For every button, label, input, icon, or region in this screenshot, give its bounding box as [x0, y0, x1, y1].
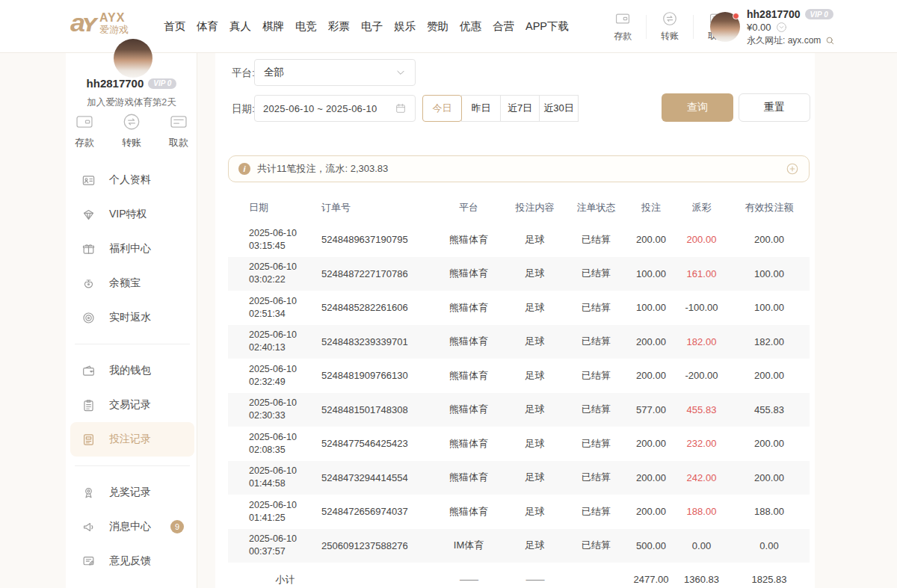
cell-status: 已结算 — [564, 369, 628, 383]
cell-content: 足球 — [505, 233, 564, 247]
header-action-转账[interactable]: 转账 — [653, 10, 687, 43]
sidebar-item-label: 兑奖记录 — [109, 486, 151, 499]
cell-valid: 200.00 — [729, 472, 810, 483]
sidebar-item-投注记录[interactable]: 投注记录 — [70, 422, 194, 457]
brand-logo[interactable]: aʏ AYX 爱游戏 — [70, 10, 129, 37]
sidebar-username: hh2817700 — [87, 77, 144, 90]
reset-button[interactable]: 重置 — [739, 93, 810, 122]
cell-platform: 熊猫体育 — [432, 505, 505, 519]
expand-plus-icon[interactable] — [786, 162, 799, 176]
cell-content: 足球 — [505, 505, 564, 519]
quick-date-今日[interactable]: 今日 — [422, 95, 462, 122]
balance-refresh-chevron-icon[interactable] — [776, 22, 787, 33]
cell-valid: 100.00 — [729, 268, 810, 279]
cell-valid: 200.00 — [729, 370, 810, 381]
cell-status: 已结算 — [564, 301, 628, 315]
date-value: 2025-06-10 — [249, 261, 321, 273]
cell-payout: 0.00 — [674, 540, 729, 551]
table-row: 2025-06-1001:44:585248473294414554熊猫体育足球… — [228, 461, 810, 495]
brand-name-cn: 爱游戏 — [99, 25, 129, 35]
time-value: 02:40:13 — [249, 341, 321, 354]
subtotal-row: 小计————2477.001360.831825.83 — [228, 563, 810, 588]
sidebar-item-福利中心[interactable]: 福利中心 — [70, 232, 194, 266]
menu-divider — [75, 344, 190, 344]
cell-status: 已结算 — [564, 505, 628, 519]
cell-order: 5248487227170786 — [321, 268, 432, 279]
welfare-icon — [81, 242, 96, 256]
search-button[interactable]: 查询 — [662, 93, 733, 122]
sidebar-item-label: 意见反馈 — [109, 554, 151, 568]
cell-payout: -100.00 — [674, 302, 729, 313]
sidebar-item-余额宝[interactable]: 余额宝 — [70, 266, 194, 300]
cell-platform: 熊猫体育 — [432, 369, 505, 383]
platform-select[interactable]: 全部 — [254, 59, 416, 86]
table-row: 2025-06-1003:02:225248487227170786熊猫体育足球… — [228, 257, 810, 291]
sidebar-item-消息中心[interactable]: 消息中心9 — [70, 510, 194, 544]
cell-status: 已结算 — [564, 437, 628, 451]
time-value: 03:02:22 — [249, 273, 321, 286]
date-value: 2025-06-10 — [249, 397, 321, 409]
platform-select-value: 全部 — [264, 66, 284, 79]
header-avatar[interactable] — [710, 12, 740, 42]
nav-item-娱乐[interactable]: 娱乐 — [394, 19, 416, 34]
time-value: 03:15:45 — [249, 240, 321, 253]
cell-date: 2025-06-1001:41:25 — [249, 499, 321, 524]
subtotal-bet: 2477.00 — [628, 574, 674, 585]
date-value: 2025-06-10 — [249, 533, 321, 545]
table-row: 2025-06-1003:15:455248489637190795熊猫体育足球… — [228, 223, 810, 257]
sidebar-item-个人资料[interactable]: 个人资料 — [70, 163, 194, 197]
date-value: 2025-06-10 — [249, 499, 321, 512]
rebate-icon — [81, 311, 96, 325]
notification-dot — [733, 13, 739, 19]
balance-value: ¥0.00 — [747, 22, 771, 33]
sidebar-item-兑奖记录[interactable]: 兑奖记录 — [70, 475, 194, 510]
nav-item-赞助[interactable]: 赞助 — [427, 19, 449, 34]
cell-valid: 0.00 — [729, 540, 810, 551]
cell-bet: 100.00 — [628, 268, 674, 279]
header-action-存款[interactable]: 存款 — [605, 10, 640, 43]
nav-item-棋牌[interactable]: 棋牌 — [262, 19, 284, 34]
nav-item-合营[interactable]: 合营 — [493, 19, 514, 34]
quick-date-昨日[interactable]: 昨日 — [461, 95, 501, 122]
sidebar-item-意见反馈[interactable]: 意见反馈 — [70, 544, 194, 578]
nav-item-电竞[interactable]: 电竞 — [295, 19, 317, 34]
sidebar-wallet-action-存款[interactable]: 存款 — [75, 112, 94, 149]
date-value: 2025-06-10 — [249, 363, 321, 376]
search-icon[interactable] — [825, 36, 835, 46]
sidebar-wallet-action-取款[interactable]: 取款 — [169, 112, 188, 149]
cell-content: 足球 — [505, 471, 564, 484]
sidebar-item-交易记录[interactable]: 交易记录 — [70, 388, 194, 422]
sidebar-wallet-action-转账[interactable]: 转账 — [122, 112, 141, 149]
sidebar-item-label: 我的钱包 — [109, 364, 151, 377]
sidebar-item-我的钱包[interactable]: 我的钱包 — [70, 353, 194, 388]
quick-date-近7日[interactable]: 近7日 — [500, 95, 540, 122]
nav-item-电子[interactable]: 电子 — [361, 19, 383, 34]
cell-date: 2025-06-1002:40:13 — [249, 329, 321, 354]
date-value: 2025-06-10 — [249, 295, 321, 308]
table-row: 2025-06-1001:41:255248472656974037熊猫体育足球… — [228, 495, 810, 529]
cell-valid: 100.00 — [729, 302, 810, 313]
nav-item-优惠[interactable]: 优惠 — [460, 19, 481, 34]
main-nav: 首页体育真人棋牌电竞彩票电子娱乐赞助优惠合营APP下载 — [164, 0, 569, 53]
vip-badge: VIP 0 — [805, 9, 833, 19]
cell-payout: 200.00 — [674, 234, 729, 245]
cell-status: 已结算 — [564, 471, 628, 484]
nav-item-APP下载[interactable]: APP下载 — [525, 19, 569, 34]
quick-date-近30日[interactable]: 近30日 — [539, 95, 579, 122]
date-range-input[interactable]: 2025-06-10 ~ 2025-06-10 — [254, 95, 416, 122]
sidebar-item-VIP特权[interactable]: VIP特权 — [70, 197, 194, 232]
time-value: 00:37:57 — [249, 545, 321, 558]
cell-payout: 161.00 — [674, 268, 729, 279]
nav-item-真人[interactable]: 真人 — [229, 19, 251, 34]
subtotal-valid: 1825.83 — [729, 574, 810, 585]
cell-valid: 455.83 — [729, 404, 810, 415]
sidebar-item-实时返水[interactable]: 实时返水 — [70, 300, 194, 335]
nav-item-彩票[interactable]: 彩票 — [328, 19, 350, 34]
cell-order: 5248485282261606 — [321, 302, 432, 313]
nav-item-体育[interactable]: 体育 — [197, 19, 218, 34]
nav-item-首页[interactable]: 首页 — [164, 19, 185, 34]
date-value: 2025-06-10 — [249, 465, 321, 477]
date-value: 2025-06-10 — [249, 431, 321, 444]
cell-content: 足球 — [505, 403, 564, 416]
sidebar-joined-text: 加入爱游戏体育第2天 — [66, 96, 197, 109]
